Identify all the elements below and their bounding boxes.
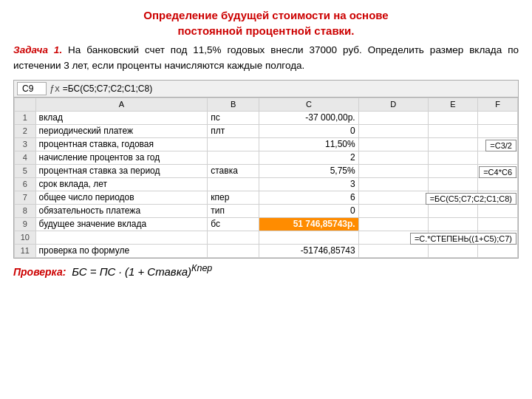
row-number: 9 bbox=[15, 217, 36, 231]
cell-c-6: 3 bbox=[259, 177, 359, 191]
callout-row4: =C3/2 bbox=[485, 140, 516, 151]
row-number: 10 bbox=[15, 231, 36, 244]
cell-f-11 bbox=[478, 244, 518, 257]
cell-b-2: плт bbox=[208, 124, 259, 137]
row-number: 2 bbox=[15, 124, 36, 137]
cell-b-5: ставка bbox=[208, 164, 259, 177]
table-row: 3процентная ставка, годовая11,50% bbox=[15, 137, 518, 151]
cell-a-8: обязательность платежа bbox=[35, 204, 208, 217]
callout-row6: =C4*C6 bbox=[479, 166, 516, 178]
cell-a-2: периодический платеж bbox=[35, 124, 208, 137]
table-row: 5процентная ставка за периодставка5,75% bbox=[15, 164, 518, 177]
verification-formula: БС = ПС · (1 + Ставка)Кпер bbox=[72, 263, 212, 278]
cell-c-11: -51746,85743 bbox=[259, 244, 359, 257]
row-number: 6 bbox=[15, 177, 36, 191]
header-row: A B C D E F bbox=[15, 98, 518, 111]
cell-a-3: процентная ставка, годовая bbox=[35, 137, 208, 151]
cell-d-2 bbox=[358, 124, 428, 137]
cell-d-6 bbox=[358, 177, 428, 191]
cell-d-4 bbox=[358, 151, 428, 164]
row-number: 4 bbox=[15, 151, 36, 164]
cell-a-10 bbox=[35, 231, 208, 244]
cell-b-8: тип bbox=[208, 204, 259, 217]
cell-b-11 bbox=[208, 244, 259, 257]
cell-f-8 bbox=[478, 204, 518, 217]
task-label: Задача 1. bbox=[13, 44, 62, 55]
cell-b-10 bbox=[208, 231, 259, 244]
cell-e-6 bbox=[428, 177, 477, 191]
cell-d-9 bbox=[358, 217, 428, 231]
cell-f-1 bbox=[478, 111, 518, 124]
cell-a-6: срок вклада, лет bbox=[35, 177, 208, 191]
page-title: Определение будущей стоимости на основе … bbox=[13, 7, 519, 38]
cell-e-1 bbox=[428, 111, 477, 124]
col-header-b: B bbox=[208, 98, 259, 111]
table-row: 6срок вклада, лет3 bbox=[15, 177, 518, 191]
callout-row8: =БС(C5;C7;C2;C1;C8) bbox=[426, 193, 516, 205]
row-number: 8 bbox=[15, 204, 36, 217]
cell-e-8 bbox=[428, 204, 477, 217]
task-description: Задача 1. На банковский счет под 11,5% г… bbox=[13, 43, 519, 74]
cell-a-5: процентная ставка за период bbox=[35, 164, 208, 177]
cell-c-4: 2 bbox=[259, 151, 359, 164]
cell-b-9: бс bbox=[208, 217, 259, 231]
cell-reference[interactable]: C9 bbox=[17, 82, 47, 95]
cell-d-8 bbox=[358, 204, 428, 217]
table-row: 1вкладпс-37 000,00р. bbox=[15, 111, 518, 124]
cell-a-11: проверка по формуле bbox=[35, 244, 208, 257]
row-number: 1 bbox=[15, 111, 36, 124]
table-row: 11проверка по формуле-51746,85743 bbox=[15, 244, 518, 257]
verification-section: Проверка: БС = ПС · (1 + Ставка)Кпер bbox=[13, 263, 519, 278]
cell-e-3 bbox=[428, 137, 477, 151]
cell-d-1 bbox=[358, 111, 428, 124]
row-number: 5 bbox=[15, 164, 36, 177]
cell-f-4 bbox=[478, 151, 518, 164]
col-header-a: A bbox=[35, 98, 208, 111]
cell-b-1: пс bbox=[208, 111, 259, 124]
cell-e-11 bbox=[428, 244, 477, 257]
col-header-e: E bbox=[428, 98, 477, 111]
cell-b-7: кпер bbox=[208, 191, 259, 204]
cell-c-7: 6 bbox=[259, 191, 359, 204]
col-header-f: F bbox=[478, 98, 518, 111]
cell-d-11 bbox=[358, 244, 428, 257]
cell-a-4: начисление процентов за год bbox=[35, 151, 208, 164]
formula-bar: C9 ƒx =БС(C5;C7;C2;C1;C8) bbox=[14, 81, 518, 98]
cell-a-7: общее число периодов bbox=[35, 191, 208, 204]
cell-c-3: 11,50% bbox=[259, 137, 359, 151]
cell-b-6 bbox=[208, 177, 259, 191]
cell-e-5 bbox=[428, 164, 477, 177]
formula-content: =БС(C5;C7;C2;C1;C8) bbox=[63, 83, 152, 94]
spreadsheet: C9 ƒx =БС(C5;C7;C2;C1;C8) A B C D E F bbox=[13, 80, 519, 259]
col-header-c: C bbox=[259, 98, 359, 111]
col-header-rownum bbox=[15, 98, 36, 111]
cell-f-6 bbox=[478, 177, 518, 191]
cell-e-9 bbox=[428, 217, 477, 231]
row-number: 7 bbox=[15, 191, 36, 204]
cell-a-1: вклад bbox=[35, 111, 208, 124]
cell-c-5: 5,75% bbox=[259, 164, 359, 177]
table-row: 8обязательность платежатип0 bbox=[15, 204, 518, 217]
cell-c-1: -37 000,00р. bbox=[259, 111, 359, 124]
cell-e-2 bbox=[428, 124, 477, 137]
cell-b-4 bbox=[208, 151, 259, 164]
cell-d-7 bbox=[358, 191, 428, 204]
row-number: 11 bbox=[15, 244, 36, 257]
table-row: 9будущее значение вкладабс51 746,85743р. bbox=[15, 217, 518, 231]
verification-label: Проверка: bbox=[13, 266, 66, 278]
cell-f-9 bbox=[478, 217, 518, 231]
cell-c-2: 0 bbox=[259, 124, 359, 137]
table-row: 2периодический платежплт0 bbox=[15, 124, 518, 137]
cell-b-3 bbox=[208, 137, 259, 151]
cell-a-9: будущее значение вклада bbox=[35, 217, 208, 231]
formula-icon: ƒx bbox=[50, 83, 60, 94]
sheet-area: A B C D E F 1вкладпс-37 000,00р.2периоди… bbox=[14, 98, 518, 258]
callout-row11: =C.*СТЕПЕНЬ((1+C5);C7) bbox=[410, 233, 516, 245]
table-row: 4начисление процентов за год2 bbox=[15, 151, 518, 164]
col-header-d: D bbox=[358, 98, 428, 111]
cell-c-9: 51 746,85743р. bbox=[259, 217, 359, 231]
cell-e-4 bbox=[428, 151, 477, 164]
cell-c-8: 0 bbox=[259, 204, 359, 217]
cell-c-10 bbox=[259, 231, 359, 244]
cell-d-3 bbox=[358, 137, 428, 151]
